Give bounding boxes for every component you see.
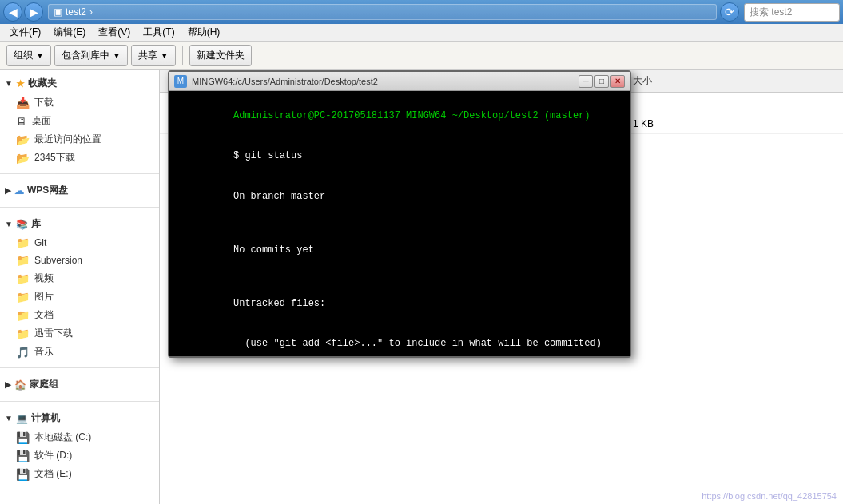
refresh-button[interactable]: ⟳ — [720, 2, 739, 22]
music-icon: 🎵 — [16, 346, 30, 359]
new-folder-label: 新建文件夹 — [197, 49, 245, 62]
terminal-content[interactable]: Administrator@PC-201705181137 MINGW64 ~/… — [169, 91, 630, 356]
drive-c-label: 本地磁盘 (C:) — [34, 431, 91, 444]
toolbar: 组织 ▼ 包含到库中 ▼ 共享 ▼ 新建文件夹 — [0, 42, 843, 70]
menu-view[interactable]: 查看(V) — [92, 24, 137, 41]
include-dropdown-icon: ▼ — [113, 51, 121, 60]
homegroup-icon: 🏠 — [14, 379, 26, 391]
sidebar-item-2345[interactable]: 📂 2345下载 — [0, 149, 159, 167]
sidebar-divider-3 — [0, 367, 159, 368]
library-icon: 📚 — [16, 219, 28, 230]
git-label: Git — [34, 237, 46, 248]
forward-button[interactable]: ▶ — [24, 2, 43, 22]
sidebar-item-pictures[interactable]: 📁 图片 — [0, 288, 159, 306]
share-button[interactable]: 共享 ▼ — [131, 45, 176, 66]
new-folder-button[interactable]: 新建文件夹 — [189, 45, 252, 66]
subversion-label: Subversion — [34, 255, 82, 266]
share-dropdown-icon: ▼ — [161, 51, 169, 60]
sidebar-header-computer[interactable]: ▼ 💻 计算机 — [0, 408, 159, 428]
desktop-label: 桌面 — [32, 114, 51, 128]
terminal-prompt1: Administrator@PC-201705181137 MINGW64 ~/… — [233, 110, 590, 121]
terminal-minimize-button[interactable]: ─ — [579, 75, 593, 88]
terminal-maximize-button[interactable]: □ — [594, 75, 609, 88]
file-size-java: 1 KB — [630, 118, 694, 129]
sidebar-section-homegroup: ▶ 🏠 家庭组 — [0, 371, 159, 398]
downloads-label: 下载 — [34, 96, 54, 109]
include-label: 包含到库中 — [62, 49, 109, 62]
sidebar-item-git[interactable]: 📁 Git — [0, 234, 159, 252]
computer-arrow: ▼ — [5, 414, 13, 423]
sidebar-header-favorites[interactable]: ▼ ★ 收藏夹 — [0, 73, 159, 93]
search-box[interactable]: 搜索 test2 — [744, 3, 840, 22]
sidebar-item-desktop[interactable]: 🖥 桌面 — [0, 112, 159, 130]
wps-arrow: ▶ — [5, 186, 11, 195]
sidebar-header-wps[interactable]: ▶ ☁ WPS网盘 — [0, 181, 159, 200]
title-bar: ◀ ▶ ▣ test2 › ⟳ 搜索 test2 — [0, 0, 843, 24]
sidebar-item-thunder[interactable]: 📁 迅雷下载 — [0, 324, 159, 343]
sidebar-divider-4 — [0, 401, 159, 402]
recent-icon: 📂 — [16, 133, 30, 146]
terminal-titlebar: M MINGW64:/c/Users/Administrator/Desktop… — [169, 72, 630, 91]
menu-edit[interactable]: 编辑(E) — [47, 24, 92, 41]
documents-folder-icon: 📁 — [16, 309, 30, 322]
watermark: https://blog.csdn.net/qq_42815754 — [702, 491, 837, 501]
homegroup-label: 家庭组 — [30, 378, 58, 391]
include-library-button[interactable]: 包含到库中 ▼ — [54, 45, 128, 66]
terminal-output3: No commits yet — [233, 244, 314, 256]
2345-icon: 📂 — [16, 152, 30, 165]
address-bar[interactable]: ▣ test2 › — [48, 4, 717, 20]
menu-file[interactable]: 文件(F) — [3, 24, 47, 41]
homegroup-arrow: ▶ — [5, 380, 11, 389]
thunder-label: 迅雷下载 — [34, 327, 73, 340]
sidebar-item-subversion[interactable]: 📁 Subversion — [0, 252, 159, 269]
sidebar-item-recent[interactable]: 📂 最近访问的位置 — [0, 130, 159, 149]
sidebar-item-documents[interactable]: 📁 文档 — [0, 306, 159, 324]
recent-label: 最近访问的位置 — [34, 133, 101, 146]
favorites-arrow: ▼ — [5, 79, 13, 88]
toolbar-separator — [182, 46, 183, 65]
sidebar: ▼ ★ 收藏夹 📥 下载 🖥 桌面 📂 最近访问的位置 📂 2345下载 — [0, 70, 160, 504]
file-area: 名称 修改日期 类型 大小 📁 .git 2018/11/5 星期... 文件夹… — [160, 70, 843, 504]
downloads-icon: 📥 — [16, 97, 30, 109]
library-arrow: ▼ — [5, 220, 13, 228]
share-label: 共享 — [138, 49, 157, 62]
menu-tools[interactable]: 工具(T) — [137, 24, 181, 41]
sidebar-item-drive-d[interactable]: 💾 软件 (D:) — [0, 446, 159, 465]
sidebar-item-downloads[interactable]: 📥 下载 — [0, 93, 159, 112]
terminal-window-buttons: ─ □ ✕ — [579, 75, 625, 88]
pictures-folder-icon: 📁 — [16, 291, 30, 304]
drive-d-icon: 💾 — [16, 450, 30, 462]
organize-label: 组织 — [14, 49, 33, 62]
organize-button[interactable]: 组织 ▼ — [6, 45, 51, 66]
drive-e-icon: 💾 — [16, 468, 30, 481]
menu-bar: 文件(F) 编辑(E) 查看(V) 工具(T) 帮助(H) — [0, 24, 843, 42]
terminal-window: M MINGW64:/c/Users/Administrator/Desktop… — [168, 70, 631, 358]
sidebar-divider-2 — [0, 207, 159, 208]
sidebar-item-music[interactable]: 🎵 音乐 — [0, 343, 159, 361]
sidebar-header-library[interactable]: ▼ 📚 库 — [0, 214, 159, 234]
back-button[interactable]: ◀ — [3, 2, 22, 22]
drive-c-icon: 💾 — [16, 431, 30, 444]
terminal-output1: On branch master — [233, 191, 325, 202]
sidebar-item-drive-e[interactable]: 💾 文档 (E:) — [0, 465, 159, 483]
terminal-cmd1: $ git status — [233, 150, 302, 161]
library-label: 库 — [31, 217, 41, 231]
drive-e-label: 文档 (E:) — [34, 467, 72, 481]
cloud-icon: ☁ — [14, 185, 24, 196]
sidebar-divider-1 — [0, 173, 159, 174]
menu-help[interactable]: 帮助(H) — [181, 24, 227, 41]
sidebar-header-homegroup[interactable]: ▶ 🏠 家庭组 — [0, 375, 159, 395]
subversion-folder-icon: 📁 — [16, 254, 30, 267]
col-header-size[interactable]: 大小 — [630, 74, 694, 88]
search-placeholder: 搜索 test2 — [750, 6, 792, 18]
favorites-label: 收藏夹 — [28, 77, 57, 90]
sidebar-item-drive-c[interactable]: 💾 本地磁盘 (C:) — [0, 428, 159, 446]
organize-dropdown-icon: ▼ — [36, 51, 44, 60]
terminal-close-button[interactable]: ✕ — [610, 75, 625, 88]
desktop-icon: 🖥 — [16, 115, 27, 128]
video-label: 视频 — [34, 272, 54, 285]
sidebar-item-video[interactable]: 📁 视频 — [0, 269, 159, 288]
video-folder-icon: 📁 — [16, 272, 30, 285]
sidebar-section-wps: ▶ ☁ WPS网盘 — [0, 177, 159, 204]
main-area: ▼ ★ 收藏夹 📥 下载 🖥 桌面 📂 最近访问的位置 📂 2345下载 — [0, 70, 843, 504]
